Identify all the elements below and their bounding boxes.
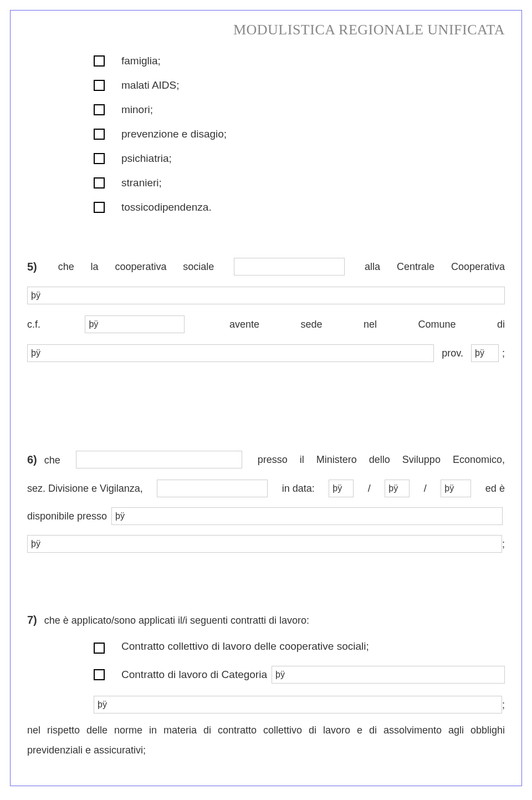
text: avente <box>229 319 259 330</box>
page-header-title: MODULISTICA REGIONALE UNIFICATA <box>27 22 505 38</box>
section-5: 5) che la cooperativa sociale alla Centr… <box>27 258 505 362</box>
text: sociale <box>183 261 214 273</box>
checkbox-row: minori; <box>94 104 505 116</box>
field-disponibile-presso[interactable]: þÿ <box>111 507 503 525</box>
slash: / <box>368 483 371 495</box>
text: Comune <box>418 319 456 330</box>
text: la <box>91 261 99 273</box>
text: cooperativa <box>115 261 166 273</box>
section-6-line-4: þÿ ; <box>27 535 505 553</box>
checkbox-contratto-categoria[interactable] <box>94 669 105 680</box>
field-date-year[interactable]: þÿ <box>441 480 471 497</box>
field-ministero-1[interactable] <box>76 451 242 468</box>
field-categoria[interactable]: þÿ <box>272 666 505 684</box>
text: dello <box>369 454 390 466</box>
section-6-line-2: sez. Divisione e Vigilanza, in data: þÿ … <box>27 480 505 497</box>
checkbox-stranieri[interactable] <box>94 177 105 188</box>
checkbox-label: prevenzione e disagio; <box>121 128 227 140</box>
checkbox-row: stranieri; <box>94 177 505 189</box>
section-number-7: 7) <box>27 614 37 626</box>
checkbox-label: famiglia; <box>121 55 161 67</box>
text: che <box>58 261 74 273</box>
text-semicolon: ; <box>502 348 505 359</box>
text: Ministero <box>316 454 357 466</box>
checkbox-row: famiglia; <box>94 55 505 67</box>
checkbox-prevenzione[interactable] <box>94 129 105 140</box>
checkbox-row: psichiatria; <box>94 152 505 165</box>
field-cf[interactable]: þÿ <box>85 315 185 333</box>
text: Centrale <box>397 261 434 273</box>
text: presso <box>258 454 288 466</box>
text: in data: <box>282 483 315 495</box>
checkbox-label: tossicodipendenza. <box>121 201 212 213</box>
text: Sviluppo <box>402 454 441 466</box>
field-disponibile-2[interactable]: þÿ <box>27 535 502 553</box>
text-cf: c.f. <box>27 319 40 330</box>
text: Cooperativa <box>451 261 505 273</box>
section-5-line-4: þÿ prov. þÿ ; <box>27 344 505 362</box>
text-semicolon: ; <box>502 538 505 550</box>
checkbox-row: Contratto di lavoro di Categoria þÿ <box>94 666 505 684</box>
checkbox-list-top: famiglia; malati AIDS; minori; prevenzio… <box>94 55 505 213</box>
section-6: 6) che presso il Ministero dello Svilupp… <box>27 451 505 553</box>
field-prov[interactable]: þÿ <box>471 344 499 362</box>
field-centrale-cooperativa[interactable]: þÿ <box>27 287 505 304</box>
field-categoria-2[interactable]: þÿ <box>94 696 502 714</box>
field-date-day[interactable]: þÿ <box>329 480 354 497</box>
text: il <box>300 454 304 466</box>
section-6-line-1: 6) che presso il Ministero dello Svilupp… <box>27 451 505 468</box>
checkbox-tossicodipendenza[interactable] <box>94 202 105 213</box>
slash: / <box>424 483 427 495</box>
text: disponibile presso <box>27 511 107 522</box>
section-5-line-2: þÿ <box>27 287 505 304</box>
section-number-6: 6) <box>27 453 37 466</box>
checkbox-famiglia[interactable] <box>94 55 105 67</box>
text: sede <box>300 319 322 330</box>
section-number-5: 5) <box>27 261 37 273</box>
text: Economico, <box>453 454 505 466</box>
text: nel <box>364 319 377 330</box>
section-7-field-row: þÿ ; <box>94 696 505 714</box>
text: ed è <box>485 483 505 495</box>
field-cooperativa-sociale[interactable] <box>234 258 345 276</box>
section-7: 7) che è applicato/sono applicati il/i s… <box>27 614 505 760</box>
checkbox-psichiatria[interactable] <box>94 153 105 164</box>
section-7-heading: 7) che è applicato/sono applicati il/i s… <box>27 614 505 626</box>
checkbox-row: prevenzione e disagio; <box>94 128 505 140</box>
checkbox-row: tossicodipendenza. <box>94 201 505 213</box>
checkbox-label: malati AIDS; <box>121 79 180 91</box>
checkbox-label: psichiatria; <box>121 152 172 165</box>
section-5-line-3: c.f. þÿ avente sede nel Comune di <box>27 315 505 333</box>
section-5-line-1: 5) che la cooperativa sociale alla Centr… <box>27 258 505 276</box>
text: alla <box>365 261 380 273</box>
section-6-line-3: disponibile presso þÿ <box>27 507 505 525</box>
checkbox-label: Contratto collettivo di lavoro delle coo… <box>121 640 369 653</box>
checkbox-label: minori; <box>121 104 153 116</box>
section-7-paragraph: nel rispetto delle norme in materia di c… <box>27 720 505 760</box>
field-vigilanza[interactable] <box>157 480 268 497</box>
checkbox-row: Contratto collettivo di lavoro delle coo… <box>94 640 505 654</box>
text-prov: prov. <box>442 348 463 359</box>
text: che è applicato/sono applicati il/i segu… <box>44 615 309 626</box>
checkbox-minori[interactable] <box>94 104 105 115</box>
page-frame: MODULISTICA REGIONALE UNIFICATA famiglia… <box>10 10 522 786</box>
field-date-month[interactable]: þÿ <box>385 480 410 497</box>
text: di <box>497 319 505 330</box>
checkbox-label: stranieri; <box>121 177 162 189</box>
text: che <box>44 455 60 466</box>
checkbox-label: Contratto di lavoro di Categoria <box>121 669 267 681</box>
text: sez. Divisione e Vigilanza, <box>27 483 143 495</box>
field-comune[interactable]: þÿ <box>27 344 434 362</box>
text-semicolon: ; <box>502 699 505 711</box>
checkbox-malati-aids[interactable] <box>94 80 105 91</box>
checkbox-row: malati AIDS; <box>94 79 505 91</box>
checkbox-contratto-collettivo[interactable] <box>94 643 105 654</box>
